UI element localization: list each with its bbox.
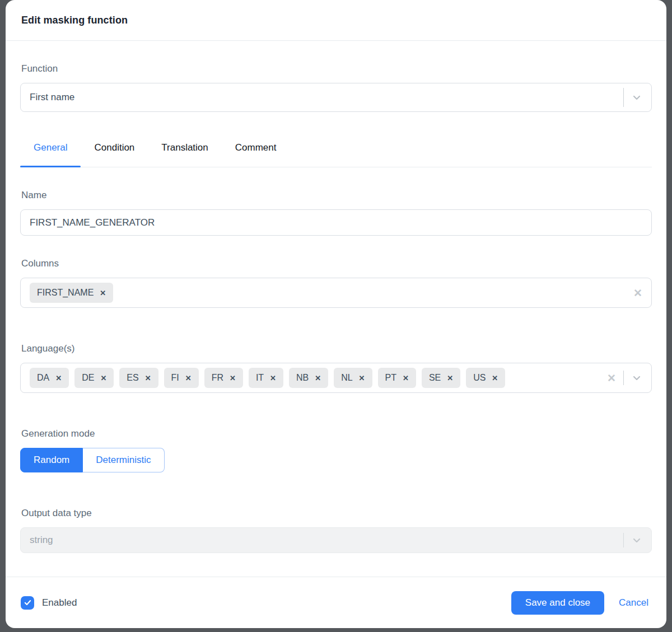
name-section: Name [20, 190, 652, 236]
function-select[interactable]: First name [20, 83, 652, 112]
chip: DA✕ [30, 368, 69, 388]
generation-mode-label: Generation mode [21, 428, 652, 439]
chip-label: FIRST_NAME [37, 288, 94, 298]
chip-remove-icon[interactable]: ✕ [100, 289, 106, 297]
dialog-body: Function First name GeneralConditionTran… [6, 41, 666, 577]
chip: SE✕ [422, 368, 460, 388]
enabled-label: Enabled [42, 597, 77, 608]
dialog-header: Edit masking function [6, 0, 666, 41]
chip-remove-icon[interactable]: ✕ [100, 374, 106, 382]
chip: FIRST_NAME✕ [30, 283, 113, 303]
chip-remove-icon[interactable]: ✕ [359, 374, 365, 382]
columns-section: Columns FIRST_NAME✕ ✕ [20, 258, 652, 308]
languages-clear-icon[interactable]: ✕ [607, 373, 616, 383]
generation-mode-deterministic-button[interactable]: Deterministic [83, 448, 164, 472]
output-data-type-select: string [20, 527, 652, 553]
dialog-footer: Enabled Save and close Cancel [6, 577, 666, 628]
chip-label: FR [212, 373, 223, 383]
chip: DE✕ [74, 368, 114, 388]
chip: FI✕ [164, 368, 199, 388]
columns-clear-icon[interactable]: ✕ [633, 288, 642, 298]
enabled-checkbox[interactable] [21, 596, 34, 610]
chevron-down-icon [631, 535, 642, 546]
tab-comment[interactable]: Comment [222, 140, 290, 167]
chip-label: DE [82, 373, 94, 383]
output-data-type-section: Output data type string [20, 508, 652, 553]
save-and-close-button[interactable]: Save and close [511, 591, 604, 615]
chip-label: PT [385, 373, 396, 383]
chip-label: ES [127, 373, 138, 383]
name-label: Name [21, 190, 652, 201]
select-divider [623, 533, 624, 547]
chip: US✕ [466, 368, 505, 388]
tab-general[interactable]: General [20, 140, 81, 167]
chip-remove-icon[interactable]: ✕ [185, 374, 192, 382]
dialog-title: Edit masking function [21, 15, 128, 26]
languages-multiselect[interactable]: DA✕DE✕ES✕FI✕FR✕IT✕NB✕NL✕PT✕SE✕US✕ ✕ [20, 363, 652, 393]
cancel-button[interactable]: Cancel [619, 597, 648, 608]
generation-mode-section: Generation mode RandomDeterministic [20, 428, 652, 472]
columns-multiselect[interactable]: FIRST_NAME✕ ✕ [20, 278, 652, 308]
chip-label: FI [171, 373, 179, 383]
chip-label: US [473, 373, 486, 383]
tab-bar: GeneralConditionTranslationComment [20, 140, 652, 167]
output-data-type-label: Output data type [21, 508, 652, 519]
languages-label: Language(s) [21, 343, 652, 354]
generation-mode-toggle: RandomDeterministic [20, 448, 165, 472]
chip-remove-icon[interactable]: ✕ [55, 374, 62, 382]
chip: FR✕ [204, 368, 243, 388]
chevron-down-icon[interactable] [631, 92, 642, 103]
chip: ES✕ [119, 368, 158, 388]
columns-chip-list: FIRST_NAME✕ [30, 283, 633, 303]
chip-remove-icon[interactable]: ✕ [270, 374, 276, 382]
tab-condition[interactable]: Condition [81, 140, 148, 167]
edit-masking-function-dialog: Edit masking function Function First nam… [6, 0, 666, 628]
languages-section: Language(s) DA✕DE✕ES✕FI✕FR✕IT✕NB✕NL✕PT✕S… [20, 343, 652, 393]
tab-translation[interactable]: Translation [148, 140, 221, 167]
chip: NB✕ [289, 368, 328, 388]
chip-remove-icon[interactable]: ✕ [230, 374, 236, 382]
chip-remove-icon[interactable]: ✕ [492, 374, 498, 382]
chip-remove-icon[interactable]: ✕ [315, 374, 321, 382]
select-divider [623, 371, 624, 385]
chip: PT✕ [378, 368, 416, 388]
chip-remove-icon[interactable]: ✕ [447, 374, 453, 382]
checkmark-icon [24, 598, 32, 607]
chip-label: SE [429, 373, 441, 383]
languages-chip-list: DA✕DE✕ES✕FI✕FR✕IT✕NB✕NL✕PT✕SE✕US✕ [30, 368, 607, 388]
chip-label: NB [296, 373, 309, 383]
footer-actions: Save and close Cancel [511, 591, 648, 615]
generation-mode-random-button[interactable]: Random [20, 448, 83, 472]
chevron-down-icon[interactable] [631, 372, 642, 383]
chip: NL✕ [334, 368, 372, 388]
select-divider [623, 88, 624, 107]
chip-label: NL [341, 373, 352, 383]
function-section: Function First name [20, 63, 652, 112]
chip-label: DA [37, 373, 49, 383]
chip-remove-icon[interactable]: ✕ [403, 374, 409, 382]
chip-remove-icon[interactable]: ✕ [145, 374, 151, 382]
chip: IT✕ [249, 368, 283, 388]
columns-label: Columns [21, 258, 652, 269]
chip-label: IT [256, 373, 264, 383]
function-label: Function [21, 63, 652, 74]
name-input[interactable] [20, 209, 652, 236]
function-select-value: First name [30, 92, 74, 103]
output-data-type-value: string [30, 535, 53, 546]
